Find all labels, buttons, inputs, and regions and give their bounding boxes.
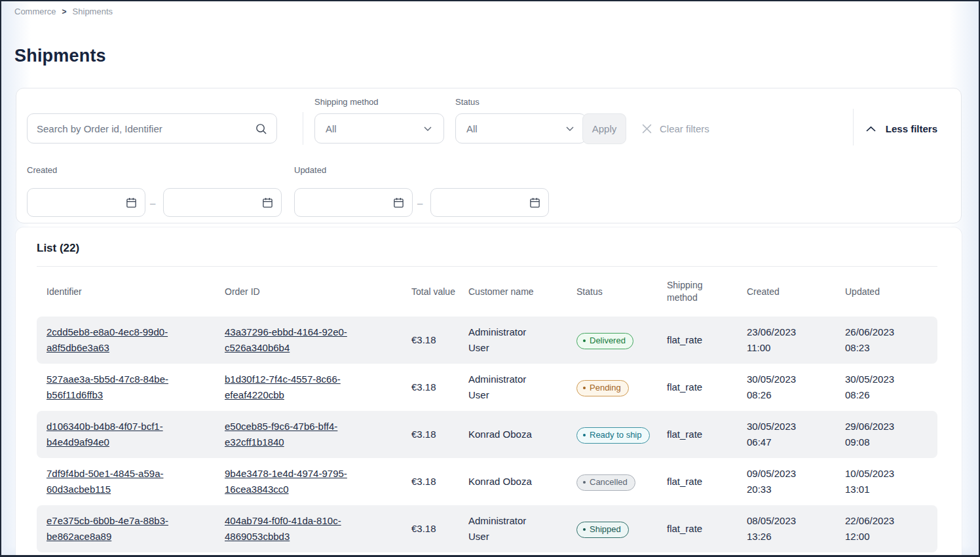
status-badge: Pending [576, 380, 629, 396]
created-at: 09/05/2023 20:33 [747, 466, 804, 497]
shipments-page: Commerce > Shipments Shipments Shipping … [0, 0, 980, 557]
status-badge-label: Cancelled [590, 477, 628, 488]
status-badge: Delivered [576, 333, 633, 349]
created-from-field [27, 188, 145, 217]
customer-name: Konrad Oboza [468, 427, 532, 442]
chevron-down-icon [565, 123, 575, 134]
status-badge: Ready to ship [576, 427, 650, 444]
created-at: 08/05/2023 13:26 [747, 513, 804, 545]
status-dot-icon [583, 387, 586, 389]
shipments-list-card: List (22) Identifier Order ID Total valu… [16, 227, 962, 557]
total-value: €3.18 [411, 332, 468, 348]
filter-row-dates: Created – Updated [16, 161, 961, 223]
shipping-method: flat_rate [667, 474, 747, 490]
search-icon[interactable] [255, 123, 267, 135]
total-value: €3.18 [411, 427, 468, 442]
created-at: 30/05/2023 08:26 [747, 372, 804, 403]
less-filters-label: Less filters [886, 123, 937, 134]
order-id-link[interactable]: e50ceb85-f9c6-47b6-bff4-e32cff1b1840 [225, 419, 364, 450]
table-row: 2cdd5eb8-e8a0-4ec8-99d0-a8f5db6e3a63 43a… [37, 317, 937, 364]
calendar-icon[interactable] [262, 197, 273, 208]
col-header-shipping-method: Shipping method [667, 279, 747, 304]
table-header-row: Identifier Order ID Total value Customer… [37, 267, 937, 317]
table-row: e7e375cb-6b0b-4e7a-88b3-be862ace8a89 404… [37, 505, 937, 552]
col-header-customer-name: Customer name [468, 286, 576, 298]
updated-at: 22/06/2023 12:00 [845, 513, 903, 545]
order-id-link[interactable]: 404ab794-f0f0-41da-810c-4869053cbbd3 [225, 513, 364, 545]
identifier-link[interactable]: e7e375cb-6b0b-4e7a-88b3-be862ace8a89 [47, 513, 185, 545]
total-value: €3.18 [411, 474, 468, 490]
updated-from-field [294, 188, 413, 217]
identifier-link[interactable]: d106340b-b4b8-4f07-bcf1-b4e4d9af94e0 [47, 419, 185, 450]
breadcrumb-shipments: Shipments [73, 7, 113, 16]
updated-to-field [430, 188, 549, 217]
status-select[interactable]: All [455, 113, 586, 144]
breadcrumb-commerce[interactable]: Commerce [14, 7, 56, 16]
shipping-method: flat_rate [667, 332, 747, 348]
chevron-down-icon [423, 123, 433, 134]
list-title: List (22) [37, 242, 937, 255]
identifier-link[interactable]: 7df9f4bd-50e1-4845-a59a-60d3acbeb115 [47, 466, 185, 497]
shipping-method-label: Shipping method [314, 97, 379, 107]
identifier-link[interactable]: 527aae3a-5b5d-47c8-84be-b56f11d6ffb3 [47, 372, 185, 403]
breadcrumb: Commerce > Shipments [14, 7, 113, 16]
table-row: 7df9f4bd-50e1-4845-a59a-60d3acbeb115 9b4… [37, 458, 937, 505]
col-header-total-value: Total value [411, 286, 468, 298]
filter-panel: Shipping method All Status All Apply Cl [16, 88, 962, 223]
created-from-input[interactable] [35, 189, 121, 216]
search-input[interactable] [37, 123, 255, 134]
col-header-identifier: Identifier [37, 286, 225, 298]
updated-at: 10/05/2023 13:01 [845, 466, 903, 497]
clear-filters-label: Clear filters [660, 123, 709, 134]
status-dot-icon [583, 481, 586, 484]
shipping-method: flat_rate [667, 379, 747, 395]
created-at: 30/05/2023 06:47 [747, 419, 804, 450]
updated-at: 30/05/2023 08:26 [845, 372, 903, 403]
col-header-order-id: Order ID [225, 286, 411, 298]
calendar-icon[interactable] [529, 197, 540, 208]
order-id-link[interactable]: 9b4e3478-1e4d-4974-9795-16cea3843cc0 [225, 466, 364, 497]
order-id-link[interactable]: 43a37296-ebbd-4164-92e0-c526a340b6b4 [225, 324, 364, 356]
order-id-link[interactable]: b1d30f12-7f4c-4557-8c66-efeaf4220cbb [225, 372, 364, 403]
updated-to-input[interactable] [439, 189, 524, 216]
shipping-method-select[interactable]: All [314, 113, 444, 144]
status-badge-label: Shipped [590, 524, 621, 535]
created-at: 23/06/2023 11:00 [747, 324, 804, 356]
breadcrumb-separator: > [62, 7, 67, 16]
page-title: Shipments [14, 46, 106, 66]
created-to-field [163, 188, 282, 217]
calendar-icon[interactable] [393, 197, 404, 208]
search-box [27, 113, 277, 144]
total-value: €3.18 [411, 379, 468, 395]
customer-name: Konrad Oboza [468, 474, 532, 490]
calendar-icon[interactable] [126, 197, 137, 208]
apply-button[interactable]: Apply [582, 113, 626, 144]
updated-filter-label: Updated [294, 165, 326, 175]
chevron-up-icon [865, 125, 876, 133]
status-dot-icon [583, 528, 586, 531]
divider [853, 109, 854, 145]
status-dot-icon [583, 434, 586, 436]
range-dash: – [417, 197, 423, 208]
created-filter-label: Created [27, 165, 57, 175]
less-filters-toggle[interactable]: Less filters [865, 113, 937, 144]
status-value: All [466, 123, 478, 134]
identifier-link[interactable]: 2cdd5eb8-e8a0-4ec8-99d0-a8f5db6e3a63 [47, 324, 185, 356]
updated-at: 29/06/2023 09:08 [845, 419, 903, 450]
total-value: €3.18 [411, 521, 468, 537]
customer-name: Administrator User [468, 324, 538, 356]
status-badge-label: Ready to ship [590, 430, 642, 440]
close-icon [641, 123, 652, 134]
table-row: d106340b-b4b8-4f07-bcf1-b4e4d9af94e0 e50… [37, 411, 937, 458]
customer-name: Administrator User [468, 372, 538, 403]
table-row: 527aae3a-5b5d-47c8-84be-b56f11d6ffb3 b1d… [37, 364, 937, 411]
status-dot-icon [583, 339, 586, 342]
updated-from-input[interactable] [303, 189, 388, 216]
created-to-input[interactable] [172, 189, 257, 216]
shipping-method: flat_rate [667, 427, 747, 442]
clear-filters-button[interactable]: Clear filters [641, 113, 709, 144]
status-badge-label: Delivered [590, 336, 626, 346]
status-badge-label: Pending [590, 383, 621, 393]
col-header-created: Created [747, 286, 845, 298]
col-header-updated: Updated [845, 286, 928, 298]
